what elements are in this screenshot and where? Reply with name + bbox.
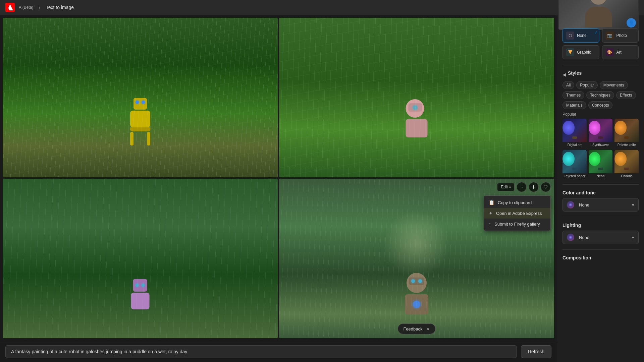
styles-collapse-icon[interactable]: ◀ bbox=[562, 72, 566, 77]
style-tags: All Popular Movements Themes Techniques … bbox=[562, 81, 639, 109]
submit-icon: ↑ bbox=[489, 221, 491, 227]
lighting-icon bbox=[567, 234, 574, 241]
style-label-palette-knife: Palette knife bbox=[614, 142, 639, 148]
download-button[interactable]: ⬇ bbox=[529, 182, 539, 192]
more-options-button[interactable]: ··· bbox=[517, 182, 527, 192]
graphic-icon bbox=[566, 48, 574, 56]
back-button[interactable]: ‹ bbox=[37, 3, 42, 12]
refresh-label: Refresh bbox=[528, 349, 544, 354]
art-label: Art bbox=[616, 50, 622, 55]
page-title: Text to image bbox=[46, 5, 74, 10]
styles-title: Styles bbox=[568, 70, 582, 76]
content-type-photo[interactable]: 📷 Photo bbox=[602, 28, 639, 43]
feedback-label[interactable]: Feedback bbox=[403, 326, 422, 331]
more-icon: ··· bbox=[521, 185, 523, 189]
graphic-label: Graphic bbox=[577, 50, 591, 55]
style-thumb-synthwave[interactable]: Synthwave bbox=[589, 119, 613, 148]
style-tag-themes[interactable]: Themes bbox=[562, 91, 584, 99]
image-cell-3[interactable] bbox=[3, 179, 278, 338]
check-icon: ✓ bbox=[594, 30, 598, 35]
lighting-chevron: ▾ bbox=[632, 235, 634, 240]
style-thumb-chaotic[interactable]: Chaotic bbox=[614, 150, 639, 179]
image-grid: Edit ▾ ··· ⬇ ♡ 📋 bbox=[0, 15, 557, 341]
none-icon: ⬡ bbox=[566, 32, 574, 40]
edit-button[interactable]: Edit ▾ bbox=[497, 183, 515, 191]
heart-icon: ♡ bbox=[544, 184, 548, 190]
content-type-none[interactable]: ⬡ None ✓ bbox=[562, 28, 599, 43]
webcam-feed: 👤 bbox=[558, 0, 639, 30]
color-tone-chevron: ▾ bbox=[632, 202, 634, 207]
submit-gallery-item[interactable]: ↑ Submit to Firefly gallery bbox=[484, 219, 550, 229]
style-tag-popular[interactable]: Popular bbox=[576, 81, 597, 89]
lighting-dropdown-left: None bbox=[567, 234, 589, 241]
open-express-label: Open in Adobe Express bbox=[496, 211, 542, 216]
style-thumb-neon[interactable]: Neon bbox=[589, 150, 613, 179]
divider-2 bbox=[562, 184, 639, 185]
divider-1 bbox=[562, 65, 639, 65]
prompt-bar: Refresh bbox=[0, 341, 557, 362]
context-menu: 📋 Copy to clipboard ✦ Open in Adobe Expr… bbox=[484, 195, 551, 231]
style-tag-materials[interactable]: Materials bbox=[562, 101, 586, 109]
style-thumb-palette-knife[interactable]: Palette knife bbox=[614, 119, 639, 148]
color-tone-value: None bbox=[579, 202, 589, 207]
style-label-digital-art: Digital art bbox=[562, 142, 587, 148]
clipboard-icon: 📋 bbox=[489, 200, 494, 205]
lighting-title: Lighting bbox=[562, 223, 639, 228]
copy-clipboard-item[interactable]: 📋 Copy to clipboard bbox=[484, 197, 550, 208]
styles-header: ◀ Styles bbox=[562, 70, 639, 78]
photo-label: Photo bbox=[616, 33, 627, 38]
dropdown-left: None bbox=[567, 201, 589, 208]
lighting-value: None bbox=[579, 235, 589, 240]
lighting-dropdown[interactable]: None ▾ bbox=[562, 231, 639, 244]
right-sidebar: Content type ⬡ None ✓ 📷 Photo bbox=[557, 15, 644, 362]
styles-grid: Digital art Synthwave Palette bbox=[562, 119, 639, 179]
divider-4 bbox=[562, 249, 639, 250]
image-cell-1[interactable] bbox=[3, 18, 278, 177]
feedback-bar: Feedback ✕ bbox=[397, 323, 435, 334]
prompt-input[interactable] bbox=[5, 345, 517, 358]
style-tag-concepts[interactable]: Concepts bbox=[588, 101, 613, 109]
none-label: None bbox=[577, 33, 587, 38]
color-tone-dropdown[interactable]: None ▾ bbox=[562, 198, 639, 212]
feedback-close-button[interactable]: ✕ bbox=[426, 326, 430, 331]
main-content: Edit ▾ ··· ⬇ ♡ 📋 bbox=[0, 15, 644, 362]
style-tag-movements[interactable]: Movements bbox=[600, 81, 628, 89]
webcam-placeholder bbox=[559, 0, 638, 29]
styles-section: ◀ Styles All Popular Movements Themes Te… bbox=[562, 70, 639, 179]
lighting-section: Lighting None ▾ bbox=[562, 223, 639, 244]
composition-title: Composition bbox=[562, 255, 639, 260]
app-label: A (Beta) bbox=[19, 5, 33, 10]
divider-3 bbox=[562, 217, 639, 217]
chevron-icon: ▾ bbox=[509, 185, 511, 189]
style-thumb-layered-paper[interactable]: Layered paper bbox=[562, 150, 587, 179]
style-thumb-digital-art[interactable]: Digital art bbox=[562, 119, 587, 148]
submit-gallery-label: Submit to Firefly gallery bbox=[494, 222, 540, 227]
color-tone-title: Color and tone bbox=[562, 190, 639, 195]
favorite-button[interactable]: ♡ bbox=[541, 182, 551, 192]
style-tag-all[interactable]: All bbox=[562, 81, 574, 89]
photo-icon: 📷 bbox=[606, 32, 614, 40]
app-header: A (Beta) ‹ Text to image 👤 bbox=[0, 0, 644, 15]
svg-point-3 bbox=[569, 235, 573, 239]
color-tone-icon bbox=[567, 201, 574, 208]
style-label-synthwave: Synthwave bbox=[589, 142, 613, 148]
open-express-item[interactable]: ✦ Open in Adobe Express bbox=[484, 208, 550, 219]
express-icon: ✦ bbox=[489, 210, 493, 216]
image-cell-4[interactable]: Edit ▾ ··· ⬇ ♡ 📋 bbox=[279, 179, 554, 338]
style-label-neon: Neon bbox=[589, 173, 613, 179]
webcam-avatar-badge: 👤 bbox=[627, 18, 636, 27]
content-type-art[interactable]: 🎨 Art bbox=[602, 45, 639, 59]
refresh-button[interactable]: Refresh bbox=[521, 345, 551, 358]
image-cell-2[interactable] bbox=[279, 18, 554, 177]
content-type-graphic[interactable]: Graphic bbox=[562, 45, 599, 59]
content-type-grid: ⬡ None ✓ 📷 Photo Graphic bbox=[562, 28, 639, 59]
composition-section: Composition bbox=[562, 255, 639, 263]
image-grid-container: Edit ▾ ··· ⬇ ♡ 📋 bbox=[0, 15, 557, 362]
style-tag-effects[interactable]: Effects bbox=[616, 91, 636, 99]
art-icon: 🎨 bbox=[606, 48, 614, 56]
style-label-layered-paper: Layered paper bbox=[562, 173, 587, 179]
style-tag-techniques[interactable]: Techniques bbox=[586, 91, 614, 99]
copy-clipboard-label: Copy to clipboard bbox=[498, 200, 532, 205]
color-tone-section: Color and tone None ▾ bbox=[562, 190, 639, 212]
popular-label: Popular bbox=[562, 112, 639, 117]
